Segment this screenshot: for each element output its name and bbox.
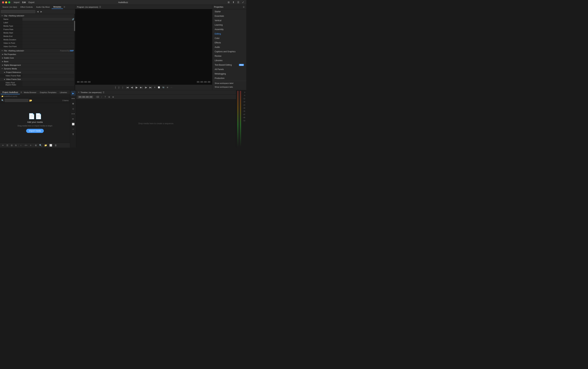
razor-tool-button[interactable]: ◇	[71, 106, 76, 111]
timeline-lift[interactable]: ↑	[100, 95, 103, 99]
action-reset-layout[interactable]: Reset to saved layout	[212, 89, 246, 90]
insert-button[interactable]: ⬇	[153, 86, 156, 89]
properties-menu-icon[interactable]: ☰	[243, 6, 245, 8]
workspace-metalogging[interactable]: Metalogging	[212, 71, 246, 76]
go-to-out-button[interactable]: ▶|	[149, 86, 152, 89]
step-back-button[interactable]: ◀|	[130, 86, 134, 89]
go-to-in-button[interactable]: |◀	[126, 86, 129, 89]
sub-section-basic[interactable]: ▶ Basic	[0, 60, 75, 63]
workspace-starter[interactable]: Starter	[212, 10, 246, 14]
find-button[interactable]: 🔍	[39, 144, 42, 147]
workspace-color[interactable]: Color	[212, 36, 246, 40]
shape-tool-button[interactable]: ⬜	[71, 122, 76, 126]
ripple-tool-button[interactable]: ⟺	[71, 96, 76, 101]
tab-media-browser[interactable]: Media Browser	[22, 91, 38, 94]
slider-button[interactable]: ⊣⊢	[23, 144, 28, 147]
expand-icon[interactable]: ⤢	[242, 1, 245, 4]
automate-button[interactable]: ○	[20, 144, 22, 147]
metadata-search-input[interactable]	[1, 10, 35, 13]
workspace-vertical[interactable]: Vertical	[212, 18, 246, 23]
fit-button[interactable]: ⊠	[34, 144, 37, 147]
export-icon[interactable]: ⬆	[232, 1, 235, 4]
workspace-production[interactable]: Production	[212, 76, 246, 80]
slip-tool-button[interactable]: ⟷	[71, 111, 76, 116]
timeline-ripple-delete[interactable]: ⌫	[95, 95, 100, 99]
workspace-learning[interactable]: Learning	[212, 23, 246, 27]
button14[interactable]: ⊞	[166, 86, 169, 89]
tab-graphics-templates[interactable]: Graphics Templates	[38, 91, 58, 94]
action-show-label[interactable]: Show workspace label	[212, 81, 246, 85]
minimize-button[interactable]	[5, 1, 7, 3]
project-tab-menu-icon[interactable]: ☰	[21, 91, 22, 93]
nested-view-button[interactable]: ⧉	[14, 144, 17, 147]
timeline-close-button[interactable]: ✕	[78, 91, 80, 93]
menu-export[interactable]: Export	[29, 1, 34, 4]
pencil-tool-button[interactable]: ✏	[1, 144, 5, 147]
timeline-menu-icon[interactable]: ☰	[103, 91, 105, 94]
timeline-extract[interactable]: ⤒	[104, 95, 107, 99]
workspace-all-panels[interactable]: All Panels	[212, 67, 246, 71]
sub-section-vfs[interactable]: ▶ Video Frame Size	[0, 78, 75, 81]
list-view-button[interactable]: ☰	[6, 144, 9, 147]
sub-section-project-reference[interactable]: ▶ Project Reference	[0, 70, 75, 74]
workspace-effects[interactable]: Effects	[212, 40, 246, 45]
sub-section-dublin-core[interactable]: ▶ Dublin Core	[0, 56, 75, 60]
screen-icon[interactable]: ⊞	[227, 1, 230, 4]
panels-icon[interactable]: ☰	[237, 1, 240, 4]
tab-source[interactable]: Source: (no clips)	[1, 5, 19, 9]
workspace-review[interactable]: Review	[212, 54, 246, 58]
import-media-button[interactable]: Import media	[26, 129, 44, 133]
value-name[interactable]: 🔗	[22, 18, 75, 21]
mark-clip-button[interactable]: ｜	[121, 86, 125, 89]
workspace-audio[interactable]: Audio	[212, 45, 246, 49]
workspace-essentials[interactable]: Essentials	[212, 14, 246, 18]
new-folder-button[interactable]: 📁	[44, 144, 48, 147]
tab-audio-clip-mixer[interactable]: Audio Clip Mixer	[34, 5, 52, 9]
sub-section-file-properties[interactable]: ▶ File Properties	[0, 53, 75, 56]
timeline-razor-all[interactable]: ⊗	[112, 95, 115, 99]
hand-tool-button[interactable]: ☞	[71, 127, 76, 131]
menu-edit[interactable]: Edit	[22, 1, 26, 4]
workspace-editing[interactable]: Editing	[212, 32, 246, 36]
timeline-add-edit[interactable]: ⊕	[108, 95, 111, 99]
program-menu-icon[interactable]: ☰	[99, 6, 101, 8]
new-bin-button[interactable]: 📂	[29, 99, 33, 102]
mark-out-button[interactable]: ⌋	[118, 86, 120, 89]
play-button[interactable]: ▶	[135, 85, 138, 89]
maximize-button[interactable]	[8, 1, 10, 3]
dynamic-media-header[interactable]: ▼ Dynamic Media	[0, 67, 75, 70]
tab-effect-controls[interactable]: Effect Controls	[19, 5, 34, 9]
frame-view-button[interactable]: ⊞	[10, 144, 13, 147]
metadata-scrollbar[interactable]	[74, 14, 75, 90]
metadata-menu-icon[interactable]: ☰	[64, 6, 65, 8]
export-frame-button[interactable]: 📷	[162, 86, 165, 89]
mark-in-button[interactable]: ⌊	[115, 86, 117, 89]
close-button[interactable]	[2, 1, 4, 3]
step-forward-button[interactable]: |▶	[144, 86, 147, 89]
button15[interactable]: ⋯	[170, 86, 173, 89]
workspace-assembly[interactable]: Assembly	[212, 27, 246, 32]
overwrite-button[interactable]: ⬜	[157, 86, 161, 89]
file-section-header[interactable]: ▼ File: <Nothing selected> Powered By XM…	[0, 49, 75, 53]
select-tool-button[interactable]: ▶	[71, 91, 76, 96]
menu-import[interactable]: Import	[14, 1, 20, 4]
text-tool-button[interactable]: T	[71, 132, 76, 137]
clip-section-header[interactable]: ▼ Clip: <Nothing selected>	[0, 14, 75, 18]
tab-project[interactable]: Project: AudioBuzz	[1, 90, 20, 94]
workspace-captions[interactable]: Captions and Graphics	[212, 49, 246, 54]
workspace-text-based-editing[interactable]: Text-Based Editing New	[212, 63, 246, 67]
workspace-libraries[interactable]: Libraries	[212, 58, 246, 63]
zoom-tool-button[interactable]: ⊕	[71, 101, 76, 106]
menu-button[interactable]: ≡	[29, 144, 32, 147]
play-forward-button[interactable]: ▶|	[139, 86, 143, 89]
sub-section-rights[interactable]: ▶ Rights Management	[0, 63, 75, 67]
new-item-button[interactable]: ⬜	[49, 144, 53, 147]
tab-metadata[interactable]: Metadata	[52, 5, 63, 9]
search-next-button[interactable]: ▶	[40, 10, 43, 13]
pen-tool-button[interactable]: ✏	[71, 117, 76, 121]
project-search-input[interactable]	[5, 99, 29, 102]
search-prev-button[interactable]: ◀	[36, 10, 39, 13]
delete-button[interactable]: 🗑	[54, 144, 57, 147]
tab-libraries[interactable]: Libraries	[58, 91, 69, 94]
action-show-tabs[interactable]: Show workspace tabs	[212, 85, 246, 89]
